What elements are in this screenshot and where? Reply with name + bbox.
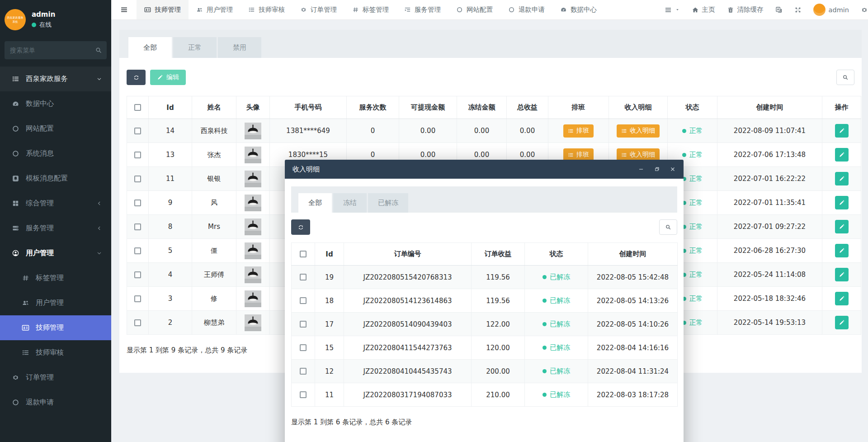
row-checkbox[interactable] [300, 344, 307, 351]
cell-income: 119.56 [472, 289, 525, 313]
sidebar-item-11[interactable]: 技师审核 [0, 340, 111, 365]
modal-filter-tab-1[interactable]: 冻结 [333, 193, 367, 213]
technician-photo[interactable] [245, 175, 261, 183]
topbar-tab-2[interactable]: 技师审核 [241, 0, 292, 19]
row-checkbox[interactable] [300, 391, 307, 398]
topbar-tab-0[interactable]: 技师管理 [137, 0, 189, 19]
idcard-icon [22, 324, 29, 332]
income-detail-button[interactable]: 收入明细 [617, 124, 660, 138]
topbar-tab-5[interactable]: 服务管理 [396, 0, 448, 19]
sidebar-item-4[interactable]: 模板消息配置 [0, 166, 111, 191]
cell-income: 200.00 [472, 360, 525, 383]
sidebar-item-13[interactable]: 退款申请 [0, 390, 111, 415]
filter-tab-2[interactable]: 禁用 [218, 37, 261, 58]
technician-photo[interactable] [245, 271, 261, 279]
row-edit-button[interactable] [835, 268, 849, 281]
sidebar-item-12[interactable]: 订单管理 [0, 365, 111, 390]
row-checkbox[interactable] [134, 247, 141, 254]
topbar-tab-8[interactable]: 数据中心 [552, 0, 604, 19]
technician-photo[interactable] [245, 223, 261, 231]
cell-id: 2 [149, 311, 192, 335]
clear-cache-button[interactable]: 清除缓存 [727, 5, 764, 14]
row-checkbox[interactable] [300, 321, 307, 328]
modal-search-button[interactable] [659, 219, 677, 235]
row-checkbox[interactable] [134, 128, 141, 134]
modal-refresh-button[interactable] [291, 219, 310, 235]
row-checkbox[interactable] [134, 152, 141, 158]
sidebar-item-5[interactable]: 综合管理 [0, 191, 111, 216]
row-checkbox[interactable] [134, 200, 141, 206]
row-edit-button[interactable] [835, 172, 849, 185]
sidebar-item-2[interactable]: 网站配置 [0, 116, 111, 141]
row-edit-button[interactable] [835, 316, 849, 329]
topbar-tabs: 技师管理 用户管理 技师审核 订单管理 标签管理 服务管理 网站配置 退款申请 … [137, 0, 604, 19]
topbar-tab-3[interactable]: 订单管理 [292, 0, 344, 19]
sidebar-item-10[interactable]: 技师管理 [0, 315, 111, 340]
close-icon[interactable] [670, 166, 676, 172]
row-checkbox[interactable] [300, 368, 307, 375]
topbar-tab-6[interactable]: 网站配置 [448, 0, 500, 19]
row-checkbox[interactable] [134, 271, 141, 278]
select-all-checkbox[interactable] [134, 104, 141, 111]
sidebar-item-0[interactable]: 西泉家政服务 [0, 67, 111, 91]
column-header: 状态 [668, 96, 717, 119]
row-edit-button[interactable] [835, 244, 849, 257]
technician-photo[interactable] [245, 318, 261, 327]
topbar-tab-4[interactable]: 标签管理 [344, 0, 396, 19]
filter-tab-0[interactable]: 全部 [128, 37, 172, 58]
sidebar-item-7[interactable]: 用户管理 [0, 241, 111, 266]
topbar-tab-7[interactable]: 退款申请 [500, 0, 552, 19]
row-edit-button[interactable] [835, 220, 849, 233]
row-edit-button[interactable] [835, 124, 849, 138]
row-checkbox[interactable] [134, 295, 141, 302]
sidebar-item-1[interactable]: 数据中心 [0, 91, 111, 116]
home-button[interactable]: 主页 [692, 5, 715, 14]
row-checkbox[interactable] [300, 297, 307, 304]
minimize-icon[interactable] [638, 166, 644, 172]
modal-filter-tab-2[interactable]: 已解冻 [368, 193, 408, 213]
sidebar-item-3[interactable]: 系统消息 [0, 141, 111, 166]
quick-menu-button[interactable] [665, 6, 680, 14]
table-search-button[interactable] [836, 70, 854, 85]
topbar-tab-1[interactable]: 用户管理 [189, 0, 241, 19]
maximize-icon[interactable] [654, 166, 660, 172]
refresh-button[interactable] [127, 70, 146, 85]
settings-button[interactable] [861, 6, 868, 14]
row-edit-button[interactable] [835, 292, 849, 305]
sidebar-item-9[interactable]: 用户管理 [0, 290, 111, 315]
pencil-icon [157, 74, 163, 81]
filter-tab-1[interactable]: 正常 [173, 37, 217, 58]
fullscreen-button[interactable] [794, 6, 802, 14]
sidebar-item-8[interactable]: 标签管理 [0, 266, 111, 290]
row-checkbox[interactable] [300, 274, 307, 280]
schedule-button[interactable]: 排班 [563, 124, 594, 138]
row-checkbox[interactable] [134, 176, 141, 182]
status-badge: 正常 [682, 151, 703, 159]
row-edit-button[interactable] [835, 196, 849, 209]
chevron-down-icon [96, 76, 102, 82]
column-header: 创建时间 [717, 96, 822, 119]
technician-photo[interactable] [245, 199, 261, 207]
row-edit-button[interactable] [835, 148, 849, 162]
row-checkbox[interactable] [134, 319, 141, 326]
menu-toggle-button[interactable] [111, 0, 137, 19]
technician-photo[interactable] [245, 295, 261, 303]
sidebar-item-label: 标签管理 [36, 273, 64, 283]
modal-table-row: 12 JZ2022080410445435743 200.00 已解冻 2022… [292, 360, 678, 383]
column-header: 操作 [822, 96, 861, 119]
technician-photo[interactable] [245, 127, 261, 135]
technician-photo[interactable] [245, 247, 261, 255]
caret-down-icon [675, 7, 680, 12]
sidebar-item-6[interactable]: 服务管理 [0, 216, 111, 241]
edit-button[interactable]: 编辑 [150, 70, 186, 85]
row-checkbox[interactable] [134, 223, 141, 230]
avatar[interactable]: 西泉家政服务系统 [5, 9, 26, 30]
menu-search-input[interactable] [5, 41, 107, 59]
technician-photo[interactable] [245, 151, 261, 159]
modal-filter-tab-0[interactable]: 全部 [298, 193, 332, 213]
modal-header[interactable]: 收入明细 [285, 160, 684, 179]
circle-icon [12, 150, 19, 157]
translate-button[interactable] [775, 6, 783, 14]
modal-select-all-checkbox[interactable] [300, 251, 307, 257]
user-menu[interactable]: admin [813, 4, 849, 16]
